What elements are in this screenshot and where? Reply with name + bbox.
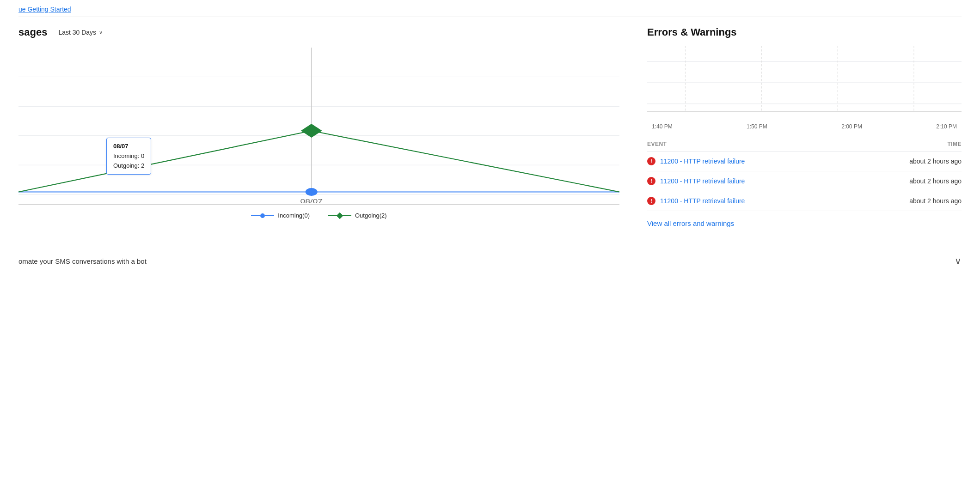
svg-point-6 bbox=[306, 188, 317, 195]
view-all-errors-link[interactable]: View all errors and warnings bbox=[647, 219, 734, 227]
errors-table: EVENT TIME !11200 - HTTP retrieval failu… bbox=[647, 137, 962, 211]
legend-outgoing-label: Outgoing(2) bbox=[355, 212, 387, 219]
errors-table-body: !11200 - HTTP retrieval failureabout 2 h… bbox=[647, 152, 962, 211]
legend-outgoing-line-right bbox=[342, 215, 351, 216]
error-link[interactable]: 11200 - HTTP retrieval failure bbox=[660, 197, 745, 205]
time-cell: about 2 hours ago bbox=[852, 171, 962, 191]
errors-title: Errors & Warnings bbox=[647, 26, 962, 38]
errors-table-header: EVENT TIME bbox=[647, 137, 962, 152]
legend-outgoing-dot bbox=[337, 212, 343, 218]
error-icon: ! bbox=[647, 177, 655, 185]
date-filter-label: Last 30 Days bbox=[58, 29, 96, 36]
left-panel: sages Last 30 Days ∨ bbox=[18, 26, 638, 227]
event-cell: !11200 - HTTP retrieval failure bbox=[647, 171, 852, 191]
errors-time-axis: 1:40 PM 1:50 PM 2:00 PM 2:10 PM bbox=[647, 123, 962, 130]
right-panel: Errors & Warnings bbox=[638, 26, 962, 227]
time-cell: about 2 hours ago bbox=[852, 152, 962, 171]
chart-x-label: 08/07 bbox=[300, 198, 323, 204]
time-cell: about 2 hours ago bbox=[852, 191, 962, 211]
main-content: sages Last 30 Days ∨ bbox=[18, 17, 962, 227]
bottom-text: omate your SMS conversations with a bot bbox=[18, 257, 147, 265]
event-column-header: EVENT bbox=[647, 137, 852, 152]
chevron-down-icon: ∨ bbox=[99, 30, 103, 36]
error-link[interactable]: 11200 - HTTP retrieval failure bbox=[660, 177, 745, 185]
getting-started-link[interactable]: ue Getting Started bbox=[18, 6, 71, 13]
error-row-event: !11200 - HTTP retrieval failure bbox=[647, 197, 852, 205]
error-row-event: !11200 - HTTP retrieval failure bbox=[647, 157, 852, 165]
legend-incoming-label: Incoming(0) bbox=[278, 212, 310, 219]
time-label-3: 2:00 PM bbox=[841, 123, 862, 130]
error-icon: ! bbox=[647, 157, 655, 165]
legend-incoming: Incoming(0) bbox=[251, 212, 310, 219]
date-filter-button[interactable]: Last 30 Days ∨ bbox=[55, 27, 106, 38]
bottom-section: omate your SMS conversations with a bot … bbox=[18, 246, 962, 267]
errors-chart-svg bbox=[647, 46, 962, 120]
errors-chart-container bbox=[647, 46, 962, 120]
table-row: !11200 - HTTP retrieval failureabout 2 h… bbox=[647, 191, 962, 211]
section-header: sages Last 30 Days ∨ bbox=[18, 26, 619, 38]
event-cell: !11200 - HTTP retrieval failure bbox=[647, 191, 852, 211]
error-icon: ! bbox=[647, 197, 655, 205]
legend-incoming-line-left bbox=[251, 215, 260, 216]
time-label-4: 2:10 PM bbox=[936, 123, 957, 130]
legend-incoming-dot bbox=[260, 213, 265, 218]
time-label-1: 1:40 PM bbox=[652, 123, 673, 130]
messages-chart-container: 08/07 08/07 Incoming: 0 Outgoing: 2 bbox=[18, 48, 619, 205]
event-cell: !11200 - HTTP retrieval failure bbox=[647, 152, 852, 171]
time-column-header: TIME bbox=[852, 137, 962, 152]
table-row: !11200 - HTTP retrieval failureabout 2 h… bbox=[647, 152, 962, 171]
messages-chart-svg: 08/07 bbox=[18, 48, 619, 204]
table-row: !11200 - HTTP retrieval failureabout 2 h… bbox=[647, 171, 962, 191]
top-bar: ue Getting Started bbox=[18, 0, 962, 17]
collapse-chevron-icon[interactable]: ∨ bbox=[955, 255, 962, 267]
chart-legend: Incoming(0) Outgoing(2) bbox=[18, 212, 619, 219]
legend-outgoing: Outgoing(2) bbox=[328, 212, 387, 219]
legend-incoming-line-right bbox=[265, 215, 274, 216]
errors-table-header-row: EVENT TIME bbox=[647, 137, 962, 152]
time-label-2: 1:50 PM bbox=[747, 123, 767, 130]
error-row-event: !11200 - HTTP retrieval failure bbox=[647, 177, 852, 185]
error-link[interactable]: 11200 - HTTP retrieval failure bbox=[660, 158, 745, 165]
section-title: sages bbox=[18, 26, 47, 38]
